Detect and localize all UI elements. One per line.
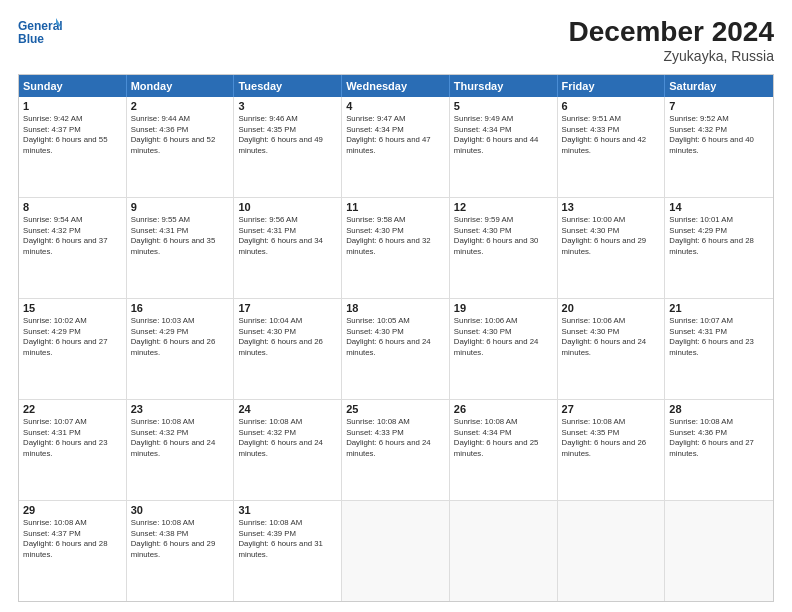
sunset-text: Sunset: 4:31 PM [238,226,337,237]
daylight-text: Daylight: 6 hours and 35 minutes. [131,236,230,257]
day-number: 22 [23,403,122,415]
daylight-text: Daylight: 6 hours and 24 minutes. [238,438,337,459]
sunset-text: Sunset: 4:29 PM [131,327,230,338]
sunset-text: Sunset: 4:31 PM [23,428,122,439]
sunset-text: Sunset: 4:30 PM [454,226,553,237]
sunset-text: Sunset: 4:29 PM [23,327,122,338]
day-cell-26: 26 Sunrise: 10:08 AM Sunset: 4:34 PM Day… [450,400,558,500]
day-cell-2: 2 Sunrise: 9:44 AM Sunset: 4:36 PM Dayli… [127,97,235,197]
sunrise-text: Sunrise: 9:55 AM [131,215,230,226]
day-number: 25 [346,403,445,415]
day-cell-5: 5 Sunrise: 9:49 AM Sunset: 4:34 PM Dayli… [450,97,558,197]
daylight-text: Daylight: 6 hours and 23 minutes. [23,438,122,459]
empty-cell [342,501,450,601]
cell-info: Sunrise: 9:44 AM Sunset: 4:36 PM Dayligh… [131,114,230,156]
daylight-text: Daylight: 6 hours and 27 minutes. [23,337,122,358]
daylight-text: Daylight: 6 hours and 34 minutes. [238,236,337,257]
page: General Blue December 2024 Zyukayka, Rus… [0,0,792,612]
day-cell-22: 22 Sunrise: 10:07 AM Sunset: 4:31 PM Day… [19,400,127,500]
sunrise-text: Sunrise: 9:46 AM [238,114,337,125]
daylight-text: Daylight: 6 hours and 44 minutes. [454,135,553,156]
day-number: 30 [131,504,230,516]
sunset-text: Sunset: 4:30 PM [346,327,445,338]
day-number: 29 [23,504,122,516]
sunrise-text: Sunrise: 10:00 AM [562,215,661,226]
cell-info: Sunrise: 10:02 AM Sunset: 4:29 PM Daylig… [23,316,122,358]
sunset-text: Sunset: 4:38 PM [131,529,230,540]
day-cell-14: 14 Sunrise: 10:01 AM Sunset: 4:29 PM Day… [665,198,773,298]
sunset-text: Sunset: 4:31 PM [669,327,769,338]
day-number: 16 [131,302,230,314]
sunrise-text: Sunrise: 10:05 AM [346,316,445,327]
sunset-text: Sunset: 4:32 PM [23,226,122,237]
daylight-text: Daylight: 6 hours and 29 minutes. [131,539,230,560]
day-number: 13 [562,201,661,213]
sunset-text: Sunset: 4:30 PM [346,226,445,237]
svg-text:Blue: Blue [18,32,44,46]
cell-info: Sunrise: 9:47 AM Sunset: 4:34 PM Dayligh… [346,114,445,156]
daylight-text: Daylight: 6 hours and 25 minutes. [454,438,553,459]
calendar-header: Sunday Monday Tuesday Wednesday Thursday… [19,75,773,97]
day-number: 28 [669,403,769,415]
sunrise-text: Sunrise: 10:04 AM [238,316,337,327]
sunrise-text: Sunrise: 10:08 AM [454,417,553,428]
sunset-text: Sunset: 4:32 PM [669,125,769,136]
sunset-text: Sunset: 4:37 PM [23,125,122,136]
header-thursday: Thursday [450,75,558,97]
week-row-3: 15 Sunrise: 10:02 AM Sunset: 4:29 PM Day… [19,298,773,399]
day-cell-28: 28 Sunrise: 10:08 AM Sunset: 4:36 PM Day… [665,400,773,500]
sunset-text: Sunset: 4:31 PM [131,226,230,237]
day-cell-16: 16 Sunrise: 10:03 AM Sunset: 4:29 PM Day… [127,299,235,399]
page-title: December 2024 [569,16,774,48]
week-row-4: 22 Sunrise: 10:07 AM Sunset: 4:31 PM Day… [19,399,773,500]
day-cell-19: 19 Sunrise: 10:06 AM Sunset: 4:30 PM Day… [450,299,558,399]
sunset-text: Sunset: 4:39 PM [238,529,337,540]
day-cell-17: 17 Sunrise: 10:04 AM Sunset: 4:30 PM Day… [234,299,342,399]
sunset-text: Sunset: 4:34 PM [346,125,445,136]
day-cell-8: 8 Sunrise: 9:54 AM Sunset: 4:32 PM Dayli… [19,198,127,298]
daylight-text: Daylight: 6 hours and 27 minutes. [669,438,769,459]
day-number: 20 [562,302,661,314]
day-number: 17 [238,302,337,314]
sunset-text: Sunset: 4:36 PM [669,428,769,439]
daylight-text: Daylight: 6 hours and 24 minutes. [454,337,553,358]
day-cell-4: 4 Sunrise: 9:47 AM Sunset: 4:34 PM Dayli… [342,97,450,197]
day-number: 21 [669,302,769,314]
cell-info: Sunrise: 10:08 AM Sunset: 4:33 PM Daylig… [346,417,445,459]
daylight-text: Daylight: 6 hours and 28 minutes. [669,236,769,257]
sunrise-text: Sunrise: 10:08 AM [23,518,122,529]
day-cell-1: 1 Sunrise: 9:42 AM Sunset: 4:37 PM Dayli… [19,97,127,197]
day-number: 24 [238,403,337,415]
sunrise-text: Sunrise: 10:01 AM [669,215,769,226]
day-cell-21: 21 Sunrise: 10:07 AM Sunset: 4:31 PM Day… [665,299,773,399]
daylight-text: Daylight: 6 hours and 47 minutes. [346,135,445,156]
daylight-text: Daylight: 6 hours and 40 minutes. [669,135,769,156]
day-cell-24: 24 Sunrise: 10:08 AM Sunset: 4:32 PM Day… [234,400,342,500]
sunrise-text: Sunrise: 9:47 AM [346,114,445,125]
day-cell-15: 15 Sunrise: 10:02 AM Sunset: 4:29 PM Day… [19,299,127,399]
cell-info: Sunrise: 10:08 AM Sunset: 4:32 PM Daylig… [238,417,337,459]
sunrise-text: Sunrise: 10:02 AM [23,316,122,327]
daylight-text: Daylight: 6 hours and 24 minutes. [131,438,230,459]
day-number: 11 [346,201,445,213]
sunrise-text: Sunrise: 9:58 AM [346,215,445,226]
daylight-text: Daylight: 6 hours and 26 minutes. [238,337,337,358]
daylight-text: Daylight: 6 hours and 31 minutes. [238,539,337,560]
sunrise-text: Sunrise: 10:08 AM [131,518,230,529]
sunrise-text: Sunrise: 10:07 AM [23,417,122,428]
cell-info: Sunrise: 9:52 AM Sunset: 4:32 PM Dayligh… [669,114,769,156]
empty-cell [665,501,773,601]
empty-cell [450,501,558,601]
day-number: 8 [23,201,122,213]
cell-info: Sunrise: 9:58 AM Sunset: 4:30 PM Dayligh… [346,215,445,257]
day-cell-12: 12 Sunrise: 9:59 AM Sunset: 4:30 PM Dayl… [450,198,558,298]
sunrise-text: Sunrise: 9:52 AM [669,114,769,125]
day-number: 18 [346,302,445,314]
day-number: 1 [23,100,122,112]
day-cell-27: 27 Sunrise: 10:08 AM Sunset: 4:35 PM Day… [558,400,666,500]
calendar: Sunday Monday Tuesday Wednesday Thursday… [18,74,774,602]
sunset-text: Sunset: 4:35 PM [562,428,661,439]
daylight-text: Daylight: 6 hours and 24 minutes. [346,438,445,459]
day-cell-25: 25 Sunrise: 10:08 AM Sunset: 4:33 PM Day… [342,400,450,500]
daylight-text: Daylight: 6 hours and 42 minutes. [562,135,661,156]
